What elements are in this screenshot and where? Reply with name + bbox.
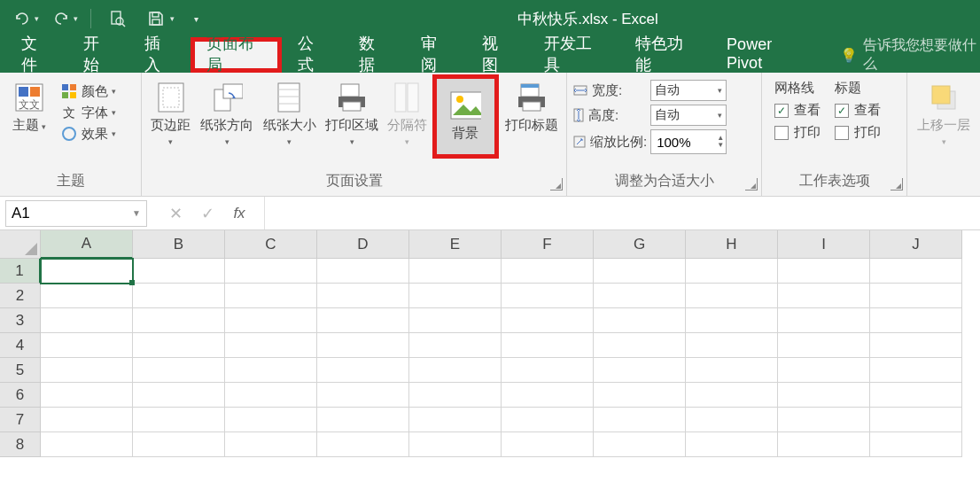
orientation-button[interactable]: 纸张方向▾ [198, 78, 256, 152]
cell[interactable] [594, 432, 686, 457]
cell[interactable] [317, 259, 409, 284]
cell[interactable] [41, 308, 133, 333]
enter-formula-button[interactable]: ✓ [191, 200, 223, 227]
cell[interactable] [686, 383, 778, 408]
cell[interactable] [594, 408, 686, 432]
theme-colors-button[interactable]: 颜色 ▾ [57, 82, 120, 101]
cell[interactable] [870, 358, 962, 383]
cell[interactable] [594, 358, 686, 383]
select-all-corner[interactable] [0, 230, 41, 259]
cell[interactable] [317, 308, 409, 333]
cell[interactable] [133, 358, 225, 383]
cell[interactable] [778, 284, 870, 308]
cell[interactable] [594, 284, 686, 308]
column-header[interactable]: H [686, 230, 778, 259]
cell[interactable] [133, 333, 225, 358]
cell[interactable] [502, 333, 594, 358]
cell[interactable] [686, 432, 778, 457]
cell[interactable] [409, 333, 502, 358]
cell[interactable] [686, 284, 778, 308]
cell[interactable] [870, 408, 962, 432]
page-size-button[interactable]: 纸张大小▾ [261, 78, 319, 152]
column-header[interactable]: J [870, 230, 962, 259]
column-header[interactable]: A [41, 230, 133, 259]
cell[interactable] [594, 308, 686, 333]
cell[interactable] [133, 308, 225, 333]
cell[interactable] [133, 408, 225, 432]
cell[interactable] [502, 358, 594, 383]
cell[interactable] [686, 358, 778, 383]
cell[interactable] [502, 259, 594, 284]
cell[interactable] [502, 308, 594, 333]
tab-developer[interactable]: 开发工具 [528, 37, 619, 73]
cell[interactable] [225, 284, 317, 308]
cell[interactable] [409, 383, 502, 408]
cell[interactable] [594, 333, 686, 358]
cell[interactable] [502, 408, 594, 432]
row-header[interactable]: 7 [0, 408, 41, 432]
column-header[interactable]: D [317, 230, 409, 259]
cell[interactable] [225, 358, 317, 383]
cell[interactable] [225, 383, 317, 408]
background-button[interactable]: 背景 [432, 74, 499, 159]
cell[interactable] [41, 259, 133, 284]
insert-function-button[interactable]: fx [223, 200, 255, 227]
column-header[interactable]: I [778, 230, 870, 259]
cell[interactable] [409, 259, 502, 284]
column-header[interactable]: B [133, 230, 225, 259]
redo-button[interactable]: ▾ [48, 5, 82, 32]
undo-button[interactable]: ▾ [9, 5, 43, 32]
tab-view[interactable]: 视图 [466, 37, 528, 73]
themes-button[interactable]: 文文 主题 ▾ [5, 78, 53, 136]
width-combo[interactable]: 自动▾ [650, 80, 727, 101]
row-header[interactable]: 3 [0, 308, 41, 333]
cell[interactable] [317, 408, 409, 432]
theme-effects-button[interactable]: 效果 ▾ [57, 124, 120, 144]
name-box[interactable]: A1▼ [5, 200, 147, 227]
cell[interactable] [41, 284, 133, 308]
cell[interactable] [409, 358, 502, 383]
row-header[interactable]: 2 [0, 284, 41, 308]
tab-formulas[interactable]: 公式 [282, 37, 344, 73]
cell[interactable] [41, 358, 133, 383]
column-header[interactable]: C [225, 230, 317, 259]
qat-customize-button[interactable]: ▾ [187, 5, 205, 32]
cell[interactable] [225, 308, 317, 333]
tab-page-layout[interactable]: 页面布局 [191, 37, 282, 73]
cell[interactable] [133, 383, 225, 408]
cell[interactable] [778, 259, 870, 284]
cell[interactable] [225, 432, 317, 457]
cell[interactable] [870, 308, 962, 333]
print-preview-button[interactable] [100, 5, 134, 32]
gridlines-print-checkbox[interactable]: 打印 [774, 124, 821, 141]
page-setup-dialog-launcher[interactable] [550, 178, 563, 190]
height-combo[interactable]: 自动▾ [650, 105, 727, 126]
sheet-options-dialog-launcher[interactable] [891, 178, 903, 190]
cell[interactable] [133, 432, 225, 457]
row-header[interactable]: 4 [0, 333, 41, 358]
cell[interactable] [870, 333, 962, 358]
cell[interactable] [778, 432, 870, 457]
cell[interactable] [41, 333, 133, 358]
tab-power-pivot[interactable]: Power Pivot [711, 37, 822, 73]
cell[interactable] [870, 432, 962, 457]
headings-view-checkbox[interactable]: ✓查看 [835, 102, 881, 119]
cell[interactable] [870, 284, 962, 308]
cell[interactable] [778, 408, 870, 432]
cell[interactable] [317, 284, 409, 308]
cell[interactable] [409, 408, 502, 432]
cell[interactable] [41, 432, 133, 457]
row-header[interactable]: 6 [0, 383, 41, 408]
cell[interactable] [41, 383, 133, 408]
cell[interactable] [502, 284, 594, 308]
cell[interactable] [778, 358, 870, 383]
print-area-button[interactable]: 打印区域▾ [323, 78, 381, 152]
cell[interactable] [225, 333, 317, 358]
cell[interactable] [317, 358, 409, 383]
cell[interactable] [502, 383, 594, 408]
cell[interactable] [409, 432, 502, 457]
tell-me-search[interactable]: 💡 告诉我您想要做什么 [840, 37, 980, 73]
cell[interactable] [686, 308, 778, 333]
cell[interactable] [317, 432, 409, 457]
cancel-formula-button[interactable]: ✕ [159, 200, 191, 227]
